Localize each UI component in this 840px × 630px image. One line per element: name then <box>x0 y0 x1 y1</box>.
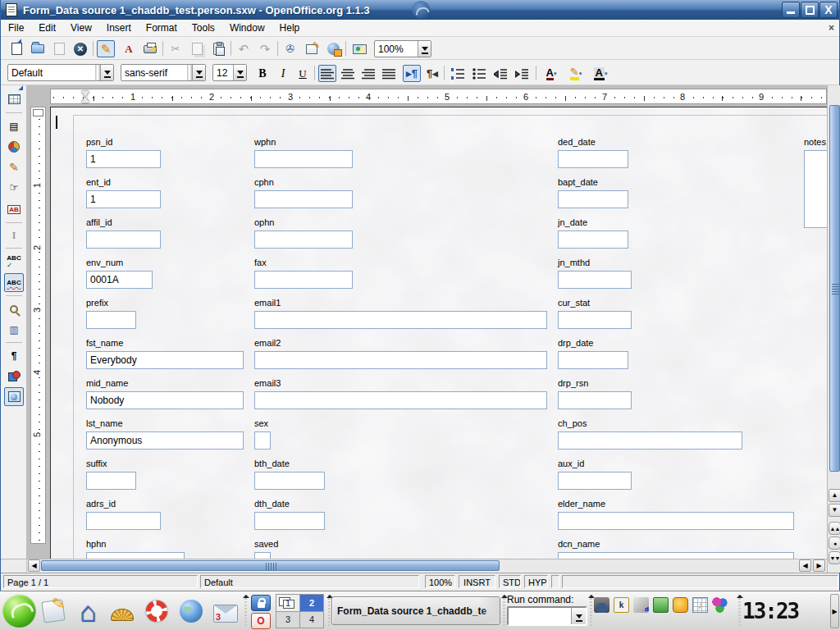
form-functions-button[interactable]: ☞ <box>4 178 24 197</box>
increase-indent-button[interactable] <box>513 65 531 82</box>
font-value[interactable]: sans-serif <box>121 65 187 80</box>
align-right-button[interactable] <box>359 65 377 82</box>
input-bth_date[interactable] <box>254 472 325 490</box>
spellcheck-button[interactable]: ABC✓ <box>4 252 24 271</box>
vertical-scrollbar-thumb[interactable] <box>829 105 840 472</box>
input-psn_id[interactable]: 1 <box>86 150 161 168</box>
insert-object-button[interactable] <box>4 137 24 156</box>
zoom-combo[interactable]: 100% <box>374 40 431 57</box>
input-cur_stat[interactable] <box>558 311 632 329</box>
print-button[interactable] <box>141 40 159 57</box>
horizontal-ruler[interactable]: 1 2 3 4 5 6 7 8 9 <box>50 89 827 104</box>
graphics-on-off-button[interactable] <box>4 367 24 386</box>
applet-handle[interactable] <box>501 595 507 628</box>
scroll-right-edge-button[interactable]: ▶ <box>813 559 825 572</box>
input-jn_date[interactable] <box>558 231 628 249</box>
menu-format[interactable]: Format <box>139 21 185 35</box>
highlighting-button[interactable]: ✎▾ <box>565 65 587 82</box>
draw-functions-button[interactable]: ✎ <box>4 158 24 176</box>
status-page[interactable]: Page 1 / 1 <box>3 575 198 588</box>
online-layout-button[interactable] <box>4 387 24 406</box>
photo-card-tray-icon[interactable] <box>653 597 669 613</box>
input-wphn[interactable] <box>254 150 353 168</box>
scroll-left-edge-button[interactable]: ◀ <box>799 559 811 572</box>
open-button[interactable] <box>29 40 47 57</box>
menu-insert[interactable]: Insert <box>99 21 139 35</box>
ruler-margin-marker[interactable] <box>33 109 43 116</box>
input-ded_date[interactable] <box>558 150 628 168</box>
input-email3[interactable] <box>254 391 547 409</box>
export-pdf-button[interactable]: A <box>120 40 138 57</box>
status-zoom[interactable]: 100% <box>425 575 455 588</box>
web-browser-launcher[interactable] <box>176 596 207 627</box>
logout-button[interactable]: O <box>251 613 271 629</box>
input-cphn[interactable] <box>254 190 353 208</box>
italic-button[interactable]: I <box>274 65 292 82</box>
input-affil_id[interactable] <box>86 231 161 249</box>
input-ch_pos[interactable] <box>558 431 742 450</box>
input-saved[interactable] <box>254 552 271 559</box>
next-page-button[interactable]: ▼▼ <box>829 551 840 564</box>
start-menu-button[interactable] <box>2 594 36 628</box>
mail-calendar-launcher[interactable] <box>210 596 241 627</box>
font-size-value[interactable]: 12 <box>213 65 233 80</box>
text-editor-launcher[interactable] <box>38 596 69 627</box>
input-bapt_date[interactable] <box>558 190 628 208</box>
input-mid_name[interactable]: Nobody <box>86 391 244 409</box>
navigator-button[interactable]: ✇ <box>281 40 299 57</box>
horizontal-scrollbar-thumb[interactable] <box>41 560 500 571</box>
home-folder-launcher[interactable]: ⌂ <box>72 596 103 627</box>
background-color-button[interactable]: A▾ <box>590 65 611 82</box>
input-email2[interactable] <box>254 351 547 369</box>
font-combo[interactable]: sans-serif <box>121 64 206 81</box>
applet-handle[interactable] <box>737 595 742 628</box>
document-close-icon[interactable]: × <box>829 22 834 34</box>
pager-desktop-4[interactable]: 4 <box>300 612 323 628</box>
scroll-up-button[interactable]: ▲ <box>829 489 840 502</box>
vertical-ruler[interactable]: 1 2 3 4 5 <box>30 107 46 544</box>
insert-form-field-button[interactable]: AB <box>4 200 24 219</box>
style-dropdown-button[interactable] <box>100 65 113 80</box>
minimize-button[interactable] <box>782 2 800 18</box>
color-balls-tray-icon[interactable] <box>712 597 728 613</box>
input-fax[interactable] <box>254 271 353 289</box>
rtl-button[interactable]: ¶◂ <box>423 65 441 82</box>
find-replace-button[interactable] <box>4 299 24 318</box>
input-prefix[interactable] <box>86 311 136 329</box>
taskbar-window-button[interactable]: Form_Data source 1_chaddb_te <box>331 596 500 625</box>
input-dth_date[interactable] <box>254 512 325 530</box>
input-aux_id[interactable] <box>558 472 632 490</box>
run-command-input[interactable] <box>509 608 571 624</box>
save-button[interactable] <box>50 40 68 57</box>
input-suffix[interactable] <box>86 472 136 490</box>
shell-launcher[interactable] <box>107 596 138 627</box>
paste-button[interactable] <box>209 40 227 57</box>
input-adrs_id[interactable] <box>86 512 161 530</box>
lock-session-button[interactable] <box>251 595 271 611</box>
cut-button[interactable]: ✂ <box>167 40 185 57</box>
input-env_num[interactable]: 0001A <box>86 271 153 289</box>
style-value[interactable]: Default <box>8 65 95 80</box>
insert-fields-button[interactable]: ▤ <box>4 116 24 135</box>
menu-file[interactable]: File <box>1 21 31 35</box>
applet-handle[interactable] <box>588 595 594 628</box>
pager-desktop-1[interactable]: 1 <box>276 595 299 611</box>
edit-file-button[interactable]: ✎ <box>97 40 115 57</box>
horizontal-scrollbar[interactable]: ◀ ◀ ▶ <box>1 559 827 572</box>
input-elder_name[interactable] <box>558 512 794 530</box>
input-jn_mthd[interactable] <box>558 271 632 289</box>
pager-desktop-2[interactable]: 2 <box>300 595 323 611</box>
insert-graphics-button[interactable] <box>350 40 368 57</box>
panel-hide-button[interactable]: ▶ <box>830 594 839 628</box>
menu-view[interactable]: View <box>63 21 99 35</box>
navigation-button[interactable]: ● <box>829 536 840 550</box>
close-button[interactable]: X <box>819 2 838 18</box>
align-center-button[interactable] <box>339 65 357 82</box>
style-combo[interactable]: Default <box>7 64 114 81</box>
insert-button[interactable] <box>4 89 24 108</box>
status-insert-mode[interactable]: INSRT <box>459 575 495 588</box>
menu-edit[interactable]: Edit <box>31 21 63 35</box>
bold-button[interactable]: B <box>253 65 272 82</box>
underline-button[interactable]: U <box>294 65 312 82</box>
input-fst_name[interactable]: Everybody <box>86 351 244 369</box>
